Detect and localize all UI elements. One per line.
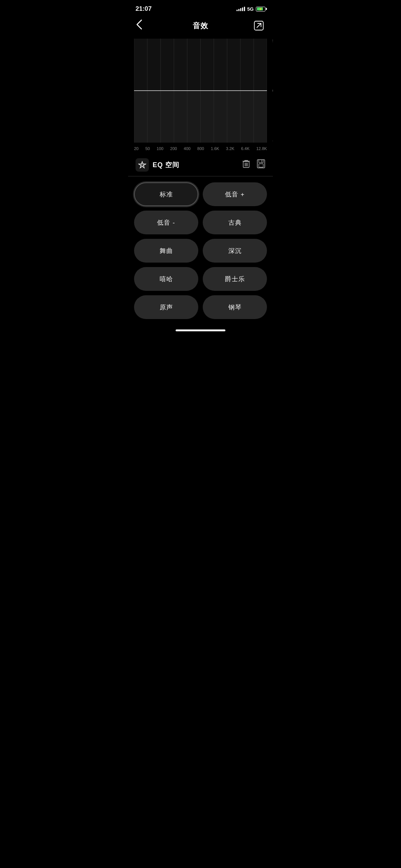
preset-bass-minus[interactable]: 低音 - xyxy=(134,211,198,234)
preset-dance[interactable]: 舞曲 xyxy=(134,239,198,263)
db-label-5: 5dB xyxy=(273,39,273,43)
preset-acoustic[interactable]: 原声 xyxy=(134,295,198,319)
home-indicator xyxy=(176,329,225,331)
save-button[interactable] xyxy=(257,159,265,171)
eq-actions xyxy=(242,159,265,171)
eq-title-group: EQ 空间 xyxy=(136,158,179,172)
freq-12k8: 12.8K xyxy=(256,146,267,151)
status-icons: 5G ⚡ xyxy=(237,6,265,12)
eq-section-header: EQ 空间 xyxy=(128,152,273,176)
freq-50: 50 xyxy=(145,146,150,151)
presets-grid: 标准 低音 + 低音 - 古典 舞曲 深沉 嘻哈 爵士乐 原声 钢琴 xyxy=(128,176,273,325)
freq-6k4: 6.4K xyxy=(241,146,250,151)
svg-point-15 xyxy=(141,164,143,166)
preset-classical[interactable]: 古典 xyxy=(203,211,267,234)
db-label-0: 0dB xyxy=(273,88,273,93)
freq-100: 100 xyxy=(157,146,163,151)
svg-rect-22 xyxy=(259,164,263,167)
freq-labels: 20 50 100 200 400 800 1.6K 3.2K 6.4K 12.… xyxy=(128,144,273,151)
freq-3k2: 3.2K xyxy=(226,146,235,151)
header: 音效 xyxy=(128,16,273,39)
freq-200: 200 xyxy=(170,146,177,151)
eq-chart-area[interactable]: 5dB 0dB -5dB xyxy=(134,39,267,144)
freq-800: 800 xyxy=(197,146,204,151)
network-label: 5G xyxy=(247,6,254,12)
svg-rect-21 xyxy=(259,160,263,163)
export-button[interactable] xyxy=(252,19,265,32)
freq-400: 400 xyxy=(184,146,190,151)
eq-chart-svg xyxy=(134,39,267,143)
eq-title: EQ 空间 xyxy=(153,160,179,169)
status-time: 21:07 xyxy=(136,5,151,13)
preset-hiphop[interactable]: 嘻哈 xyxy=(134,267,198,291)
freq-1k6: 1.6K xyxy=(211,146,219,151)
preset-standard[interactable]: 标准 xyxy=(134,182,198,206)
page-title: 音效 xyxy=(193,21,208,31)
freq-20: 20 xyxy=(134,146,138,151)
eq-star-icon xyxy=(136,158,149,172)
preset-piano[interactable]: 钢琴 xyxy=(203,295,267,319)
preset-bass-plus[interactable]: 低音 + xyxy=(203,182,267,206)
battery-icon: ⚡ xyxy=(256,7,265,12)
preset-jazz[interactable]: 爵士乐 xyxy=(203,267,267,291)
status-bar: 21:07 5G ⚡ xyxy=(128,0,273,16)
db-label-neg5: -5dB xyxy=(273,138,273,143)
signal-bars-icon xyxy=(237,7,245,11)
preset-deep[interactable]: 深沉 xyxy=(203,239,267,263)
delete-button[interactable] xyxy=(242,159,251,171)
back-button[interactable] xyxy=(136,19,149,33)
